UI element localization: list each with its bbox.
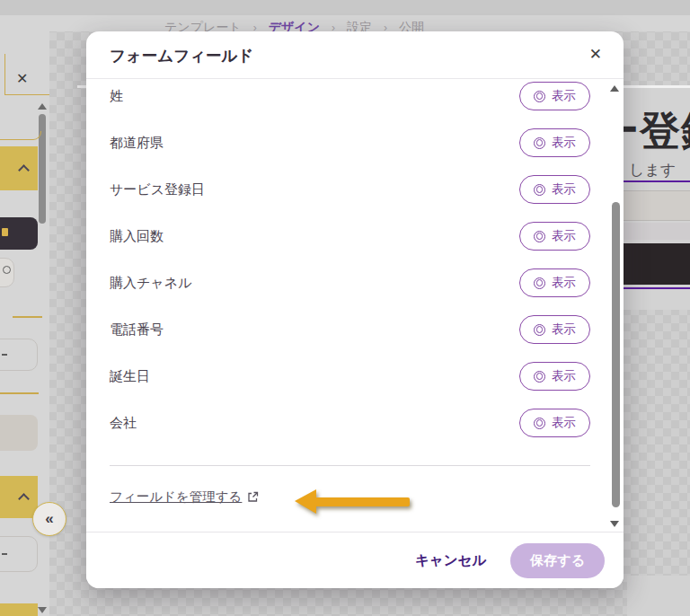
dash-icon [2, 354, 7, 356]
top-bar [0, 0, 690, 15]
field-label: 誕生日 [110, 368, 150, 385]
field-label: 電話番号 [110, 321, 164, 339]
tool-swatch[interactable] [0, 415, 38, 451]
field-label: 購入チャネル [110, 275, 191, 292]
preview-panel-edge [77, 85, 86, 88]
accordion-header[interactable] [0, 603, 38, 616]
field-label: サービス登録日 [110, 181, 205, 198]
show-button-label: 表示 [552, 181, 576, 198]
sidebar-close-icon[interactable]: ✕ [16, 70, 28, 87]
field-row: 誕生日 表示 [86, 353, 624, 400]
eye-icon [534, 324, 545, 336]
show-toggle-button[interactable]: 表示 [519, 82, 590, 110]
show-toggle-button[interactable]: 表示 [519, 128, 590, 157]
panel-border [13, 316, 42, 318]
show-button-label: 表示 [552, 368, 576, 384]
field-row: 購入チャネル 表示 [86, 260, 624, 306]
eye-icon [534, 371, 545, 383]
show-toggle-button[interactable]: 表示 [519, 362, 590, 391]
eye-icon [534, 418, 545, 429]
show-button-label: 表示 [552, 415, 576, 431]
show-button-label: 表示 [552, 135, 576, 151]
field-label: 都道府県 [110, 135, 164, 152]
field-label: 会社 [110, 415, 137, 432]
dash-icon [2, 553, 7, 555]
field-list: 姓 表示 都道府県 表示 サービス登録日 表示 購入回数 表示 購入チャネル 表… [86, 73, 624, 446]
eye-icon [534, 231, 545, 242]
panel-border [0, 392, 39, 394]
panel-border [4, 54, 5, 95]
show-button-label: 表示 [552, 88, 576, 104]
modal-footer: キャンセル 保存する [86, 532, 624, 588]
arrow-tail [314, 497, 410, 506]
modal-scrollbar-thumb[interactable] [612, 202, 620, 507]
show-toggle-button[interactable]: 表示 [519, 268, 590, 297]
show-toggle-button[interactable]: 表示 [519, 409, 590, 437]
show-button-label: 表示 [552, 228, 576, 244]
preview-panel-corner [627, 576, 690, 616]
field-row: 姓 表示 [86, 73, 624, 119]
field-row: 都道府県 表示 [86, 119, 624, 166]
field-label: 購入回数 [110, 228, 164, 245]
field-row: 会社 表示 [86, 400, 624, 446]
annotation-arrow-icon [295, 489, 411, 514]
arrow-head [295, 489, 316, 514]
manage-fields-link[interactable]: フィールドを管理する [110, 488, 259, 506]
circle-icon [3, 266, 11, 274]
show-button-label: 表示 [552, 275, 576, 291]
eye-icon [534, 137, 545, 149]
field-row: 電話番号 表示 [86, 306, 624, 353]
close-icon[interactable]: ✕ [589, 47, 602, 62]
panel-border [4, 94, 49, 95]
sidebar-collapse-button[interactable]: « [32, 502, 66, 536]
app-root: テンプレート › デザイン › 設定 › 公開 ✕ « ー登録 [0, 0, 690, 616]
panel-border [0, 131, 41, 140]
show-toggle-button[interactable]: 表示 [519, 222, 590, 251]
manage-fields-link-label: フィールドを管理する [110, 488, 242, 506]
field-label: 姓 [110, 88, 123, 105]
preview-subtext: します [629, 160, 676, 180]
field-row: 購入回数 表示 [86, 213, 624, 260]
scroll-up-icon[interactable] [38, 103, 47, 110]
eye-icon [534, 184, 545, 196]
field-row: サービス登録日 表示 [86, 166, 624, 213]
modal-scroll-up-icon[interactable] [610, 85, 619, 92]
eye-icon [534, 277, 545, 289]
show-button-label: 表示 [552, 321, 576, 338]
modal-scroll-down-icon[interactable] [610, 521, 619, 527]
divider [110, 465, 590, 466]
tool-icon [2, 228, 8, 236]
eye-icon [534, 91, 545, 102]
external-link-icon [247, 491, 259, 503]
cancel-button[interactable]: キャンセル [415, 551, 486, 570]
save-button[interactable]: 保存する [510, 543, 605, 578]
scroll-down-icon[interactable] [38, 607, 47, 613]
show-toggle-button[interactable]: 表示 [519, 175, 590, 204]
show-toggle-button[interactable]: 表示 [519, 315, 590, 344]
